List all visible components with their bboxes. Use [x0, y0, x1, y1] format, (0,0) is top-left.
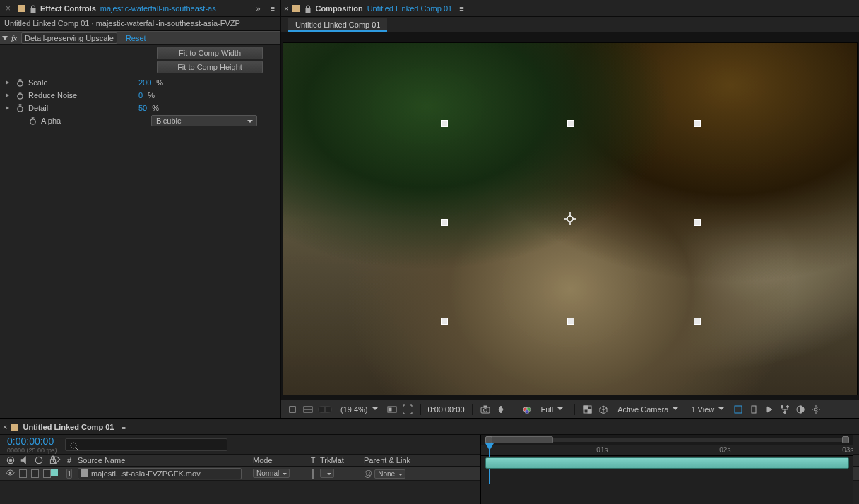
twirl-icon[interactable]: [6, 93, 9, 97]
views-select[interactable]: 1 View: [687, 403, 728, 416]
twirl-icon[interactable]: [6, 106, 9, 110]
fast-preview-icon[interactable]: [764, 404, 775, 415]
time-ruler[interactable]: 01s 02s 03s: [481, 445, 853, 456]
close-icon[interactable]: ×: [3, 4, 13, 13]
zoom-select[interactable]: (19.4%): [336, 403, 382, 416]
current-time[interactable]: 0:00:00:00: [428, 405, 465, 414]
handle[interactable]: [567, 318, 574, 325]
video-column-icon[interactable]: [6, 455, 16, 466]
handle[interactable]: [567, 120, 574, 127]
layer-name[interactable]: majesti...st-asia-FVZPGFK.mov: [78, 468, 242, 479]
playhead[interactable]: [485, 443, 494, 455]
twirl-down-icon[interactable]: [2, 36, 8, 40]
anchor-point-icon[interactable]: [564, 212, 576, 225]
col-source[interactable]: Source Name: [78, 456, 253, 464]
exposure-icon[interactable]: [795, 404, 806, 415]
comp-tab[interactable]: Untitled Linked Comp 01: [288, 18, 387, 32]
prop-reduce-noise[interactable]: Reduce Noise 0%: [0, 89, 280, 102]
camera-select[interactable]: Active Camera: [613, 403, 682, 416]
prop-value[interactable]: 200: [138, 78, 151, 87]
handle[interactable]: [694, 120, 701, 127]
3d-view-icon[interactable]: [598, 404, 609, 415]
twirl-icon[interactable]: [6, 80, 9, 85]
tab-overflow-icon[interactable]: »: [251, 4, 263, 13]
time-navigator[interactable]: [481, 435, 853, 445]
guides-icon[interactable]: [733, 404, 744, 415]
alpha-select[interactable]: Bicubic: [151, 115, 257, 126]
visibility-toggle[interactable]: [6, 468, 15, 479]
audio-toggle[interactable]: [19, 469, 27, 478]
col-parent[interactable]: Parent & Link: [364, 456, 470, 464]
snapshot-icon[interactable]: [480, 404, 491, 415]
fx-icon[interactable]: fx: [11, 34, 17, 42]
pixel-aspect-icon[interactable]: [748, 404, 759, 415]
settings-icon[interactable]: [810, 404, 822, 415]
svg-point-3: [30, 119, 35, 124]
flowchart-icon[interactable]: [779, 404, 790, 415]
panel-menu-icon[interactable]: ≡: [121, 423, 125, 431]
reset-link[interactable]: Reset: [122, 34, 150, 42]
handle[interactable]: [694, 219, 701, 226]
col-trkmat[interactable]: TrkMat: [320, 456, 364, 464]
timeline-ruler-area[interactable]: 01s 02s 03s: [480, 435, 853, 504]
col-mode[interactable]: Mode: [253, 456, 306, 464]
timeline-tab[interactable]: Untitled Linked Comp 01: [23, 423, 114, 431]
stopwatch-icon[interactable]: [16, 92, 24, 100]
preserve-transparency-toggle[interactable]: [312, 469, 314, 479]
pickwhip-icon[interactable]: @: [364, 469, 372, 479]
panel-menu-icon[interactable]: ≡: [268, 4, 278, 13]
handle[interactable]: [694, 318, 701, 325]
label-swatch[interactable]: [51, 469, 58, 476]
col-t[interactable]: T: [306, 456, 320, 464]
prop-detail[interactable]: Detail 50%: [0, 102, 280, 114]
solo-column-icon[interactable]: [34, 455, 44, 466]
lock-icon[interactable]: [304, 5, 311, 12]
parent-select[interactable]: None: [374, 469, 405, 479]
asset-link[interactable]: majestic-waterfall-in-southeast-as: [100, 4, 216, 13]
resolution-select[interactable]: Full: [537, 403, 568, 416]
mask-icon[interactable]: [318, 406, 332, 413]
search-input[interactable]: [65, 438, 227, 451]
prop-value[interactable]: 0: [138, 91, 143, 100]
effect-name[interactable]: Detail-preserving Upscale: [21, 32, 117, 44]
layer-duration-bar[interactable]: [485, 457, 849, 469]
handle[interactable]: [441, 219, 448, 226]
audio-column-icon[interactable]: [20, 455, 30, 466]
panel-menu-icon[interactable]: ≡: [459, 4, 463, 13]
solo-toggle[interactable]: [31, 469, 39, 478]
comp-link[interactable]: Untitled Linked Comp 01: [367, 4, 452, 13]
magnify-icon[interactable]: [287, 404, 298, 415]
composition-viewport[interactable]: [281, 32, 859, 400]
blend-mode-select[interactable]: Normal: [253, 469, 290, 478]
navigator-end-handle[interactable]: [842, 436, 849, 443]
prop-scale[interactable]: Scale 200%: [0, 76, 280, 89]
stopwatch-icon[interactable]: [16, 79, 24, 87]
fit-width-button[interactable]: Fit to Comp Width: [157, 47, 263, 59]
navigator-range[interactable]: [490, 436, 553, 443]
stopwatch-icon[interactable]: [29, 117, 37, 125]
effect-header[interactable]: fx Detail-preserving Upscale Reset: [0, 31, 280, 45]
grid-icon[interactable]: [302, 404, 314, 415]
transparency-grid-icon[interactable]: [582, 404, 593, 415]
svg-point-0: [18, 80, 23, 85]
handle[interactable]: [441, 120, 448, 127]
channel-icon[interactable]: [521, 404, 533, 415]
resolution-icon[interactable]: [386, 404, 398, 415]
lock-toggle[interactable]: [43, 469, 51, 478]
svg-point-1: [18, 93, 23, 98]
roi-icon[interactable]: [402, 404, 413, 415]
close-icon[interactable]: ×: [284, 4, 288, 13]
handle[interactable]: [441, 318, 448, 325]
navigator-start-handle[interactable]: [485, 436, 492, 443]
prop-alpha[interactable]: Alpha Bicubic: [0, 114, 280, 127]
trkmat-select[interactable]: [320, 469, 334, 478]
timecode-display[interactable]: 0:00:00:00 00000 (25.00 fps): [0, 436, 65, 454]
stopwatch-icon[interactable]: [16, 104, 24, 112]
fit-height-button[interactable]: Fit to Comp Height: [157, 61, 263, 73]
prop-value[interactable]: 50: [138, 104, 147, 112]
layer-search[interactable]: [65, 438, 227, 451]
lock-icon[interactable]: [29, 5, 36, 12]
show-snapshot-icon[interactable]: [495, 404, 506, 415]
col-num[interactable]: #: [61, 456, 78, 464]
close-icon[interactable]: ×: [3, 423, 7, 431]
